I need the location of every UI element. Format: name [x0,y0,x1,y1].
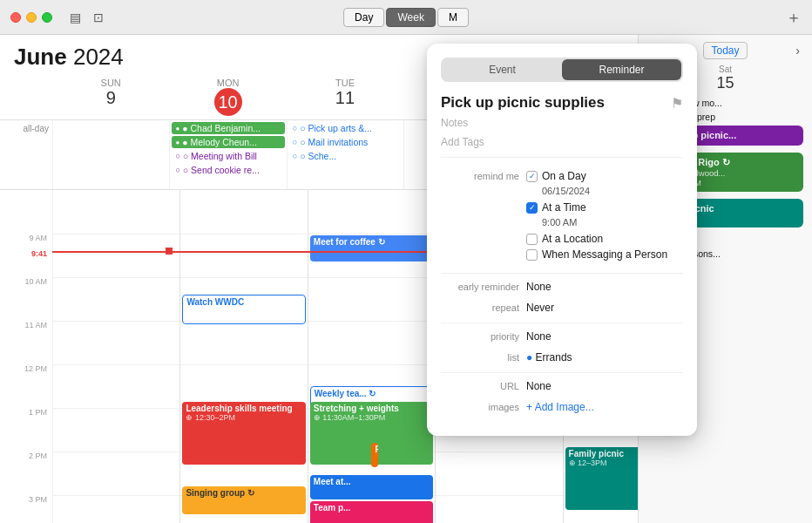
reminder-tab[interactable]: Reminder [562,59,681,80]
repeat-row: repeat Never [441,302,683,314]
repeat-label: repeat [441,302,519,313]
traffic-lights [10,12,52,23]
list-label: list [441,351,519,363]
event-watch-wwdc[interactable]: Watch WWDC [182,295,305,324]
time-label-11am: 11 AM [0,321,52,329]
early-reminder-label: early reminder [441,281,519,292]
add-event-button[interactable]: ＋ [779,7,802,28]
reminder-popup: Event Reminder Pick up picnic supplies ⚑… [427,44,697,436]
time-label-9am: 9 AM [0,234,52,242]
priority-value[interactable]: None [526,330,683,343]
at-a-time-label: At a Time [542,201,586,214]
week-view-button[interactable]: Week [386,8,435,27]
minimize-button[interactable] [26,12,37,23]
col-mon: Watch WWDC Leadership skills meeting ⊕ 1… [179,190,307,523]
allday-event[interactable]: ○ Pick up arts &... [289,122,402,134]
at-a-time-checkbox[interactable]: ✓ [526,202,538,214]
url-value[interactable]: None [526,380,683,392]
popup-notes[interactable]: Notes [441,117,683,129]
at-a-location-label: At a Location [542,233,603,245]
popup-remind-row: remind me ✓ On a Day 06/15/2024 ✓ At a T… [441,170,683,264]
allday-event[interactable]: ● Melody Cheun... [172,136,284,148]
event-tab[interactable]: Event [443,59,562,80]
event-singing-group[interactable]: Singing group ↻ [182,486,305,514]
images-row: images + Add Image... [441,401,683,413]
time-gutter-header [0,74,52,119]
day-view-button[interactable]: Day [343,8,384,27]
remind-me-label: remind me [441,170,519,181]
event-meet-at[interactable]: Meet at... [310,475,433,499]
allday-col-mon: ● Chad Benjamin... ● Melody Cheun... ○ M… [169,120,286,189]
on-a-day-label: On a Day [542,170,586,182]
early-reminder-row: early reminder None [441,281,683,293]
event-family-picnic[interactable]: Family picnic ⊕ 12–3PM [565,447,638,510]
url-row: URL None [441,380,683,392]
repeat-value[interactable]: Never [526,302,683,314]
day-header-sun[interactable]: Sun 9 [52,74,169,119]
popup-title-row: Pick up picnic supplies ⚑ [441,94,683,112]
on-a-day-date: 06/15/2024 [542,186,683,196]
month-view-button[interactable]: M [437,8,469,27]
popup-title: Pick up picnic supplies [441,94,605,112]
titlebar: ▤ ⊡ Day Week M ＋ [0,0,812,35]
at-a-time-row: ✓ At a Time [526,201,683,214]
today-button[interactable]: Today [703,42,747,59]
when-messaging-checkbox[interactable] [526,249,538,261]
maximize-button[interactable] [42,12,52,23]
at-a-location-row: At a Location [526,233,683,245]
allday-event[interactable]: ○ Meeting with Bill [172,150,284,162]
allday-event[interactable]: ○ Send cookie re... [172,164,284,176]
allday-event[interactable]: ○ Mail invitations [289,136,402,148]
when-messaging-row: When Messaging a Person [526,248,683,261]
images-label: images [441,401,519,412]
early-reminder-value[interactable]: None [526,281,683,293]
time-label-2pm: 2 PM [0,452,52,460]
popup-divider-3 [441,372,683,373]
event-team-p[interactable]: Team p... [310,501,433,523]
allday-label: all-day [0,120,52,189]
remind-me-content: ✓ On a Day 06/15/2024 ✓ At a Time 9:00 A… [526,170,683,264]
day-header-mon[interactable]: Mon 10 [169,74,286,119]
col-tue: Meet for coffee ↻ Weekly tea... ↻ Stretc… [308,190,435,523]
popup-divider-1 [441,273,683,274]
popup-divider-2 [441,323,683,323]
list-value[interactable]: ● Errands [526,351,683,363]
next-month-button[interactable]: › [792,44,803,58]
url-label: URL [441,380,519,391]
time-label-1pm: 1 PM [0,408,52,417]
event-leadership[interactable]: Leadership skills meeting ⊕ 12:30–2PM [182,402,305,465]
allday-col-sun [52,120,169,189]
when-messaging-label: When Messaging a Person [542,248,667,261]
titlebar-icons: ▤ ⊡ [70,10,104,24]
on-a-day-row: ✓ On a Day [526,170,683,182]
day-header-tue[interactable]: Tue 11 [287,74,403,119]
at-a-time-value: 9:00 AM [542,217,683,228]
on-a-day-checkbox[interactable]: ✓ [526,171,538,182]
time-label-10am: 10 AM [0,277,52,286]
current-time-label: 9:41 [0,249,52,258]
allday-col-tue: ○ Pick up arts &... ○ Mail invitations ○… [287,120,403,189]
view-switcher: Day Week M [343,8,469,27]
at-a-location-checkbox[interactable] [526,234,538,245]
priority-row: priority None [441,330,683,343]
sidebar-toggle-icon[interactable]: ▤ [70,10,81,24]
time-label-3pm: 3 PM [0,495,52,504]
popup-tabs: Event Reminder [441,58,683,82]
allday-event[interactable]: ○ Sche... [289,150,402,162]
popup-flag-button[interactable]: ⚑ [671,95,683,112]
popup-tags[interactable]: Add Tags [441,136,683,158]
allday-event[interactable]: ● Chad Benjamin... [172,122,284,134]
close-button[interactable] [10,12,21,23]
time-label-12pm: 12 PM [0,364,52,373]
col-sun[interactable] [52,190,179,523]
priority-label: priority [441,330,519,342]
list-row: list ● Errands [441,351,683,363]
time-labels: 9 AM 10 AM 11 AM 12 PM 1 PM 2 PM 3 PM 4 … [0,190,52,523]
event-portfolio[interactable]: Portfolio... [371,443,378,467]
add-image-button[interactable]: + Add Image... [526,401,683,413]
event-meet-for-coffee[interactable]: Meet for coffee ↻ [310,235,433,262]
inbox-icon[interactable]: ⊡ [93,10,104,24]
